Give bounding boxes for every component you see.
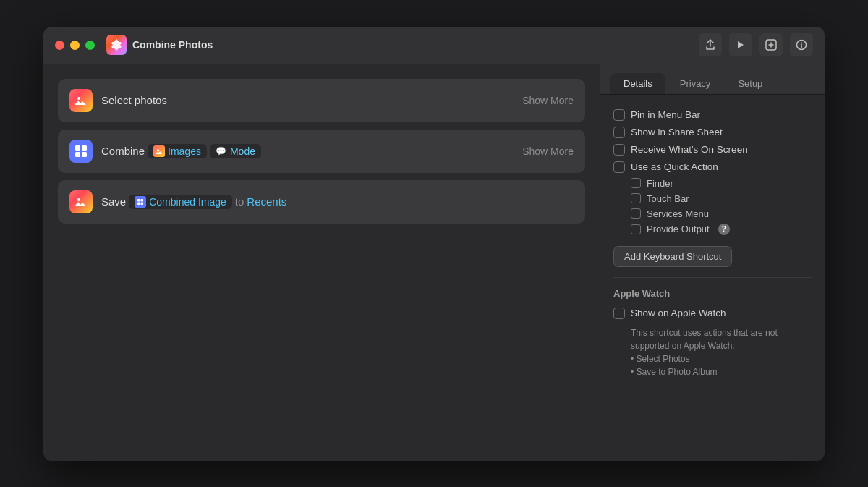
right-panel: Details Privacy Setup Pin in Menu Bar Sh…: [600, 64, 825, 461]
save-icon: [69, 190, 93, 213]
svg-point-3: [77, 97, 80, 100]
add-keyboard-shortcut-button[interactable]: Add Keyboard Shortcut: [613, 246, 732, 267]
finder-checkbox[interactable]: [631, 178, 641, 188]
services-menu-row[interactable]: Services Menu: [631, 206, 812, 221]
tab-bar: Details Privacy Setup: [600, 64, 825, 95]
pin-menu-bar-checkbox[interactable]: [613, 109, 625, 121]
show-on-apple-watch-label: Show on Apple Watch: [631, 308, 726, 318]
svg-rect-10: [137, 199, 140, 202]
mode-chip-icon: 💬: [216, 145, 227, 157]
select-photos-card: Select photos Show More: [58, 79, 585, 122]
select-photos-row: Select photos Show More: [58, 79, 585, 122]
show-on-apple-watch-row[interactable]: Show on Apple Watch: [613, 305, 812, 322]
mode-chip-label: Mode: [230, 145, 255, 157]
touch-bar-label: Touch Bar: [647, 193, 689, 204]
combine-row: Combine Images 💬 Mode Show More: [58, 130, 585, 173]
sub-checkboxes: Finder Touch Bar Services Menu Provide O…: [613, 176, 812, 237]
app-icon: [106, 35, 127, 55]
apple-watch-warning: This shortcut uses actions that are not …: [613, 326, 812, 378]
select-photos-content: Select photos: [101, 94, 511, 106]
show-share-sheet-row[interactable]: Show in Share Sheet: [613, 124, 812, 141]
minimize-button[interactable]: [70, 41, 80, 50]
watch-warning-list: Select Photos Save to Photo Album: [631, 352, 812, 378]
images-chip[interactable]: Images: [148, 144, 207, 158]
run-button[interactable]: [729, 33, 752, 56]
save-row: Save Combined Image to Recents: [58, 180, 585, 224]
touch-bar-row[interactable]: Touch Bar: [631, 191, 812, 206]
close-button[interactable]: [55, 41, 64, 50]
mode-chip[interactable]: 💬 Mode: [210, 144, 261, 158]
save-content: Save Combined Image to Recents: [101, 195, 574, 209]
combined-image-chip-icon: [135, 196, 146, 208]
add-action-button[interactable]: [760, 33, 783, 56]
section-divider: [613, 277, 812, 278]
window-title: Combine Photos: [132, 39, 699, 51]
combined-image-chip[interactable]: Combined Image: [129, 195, 232, 209]
select-photos-show-more[interactable]: Show More: [511, 95, 574, 106]
watch-warning-item-1: Select Photos: [631, 352, 812, 365]
provide-output-checkbox[interactable]: [631, 224, 641, 234]
tab-privacy[interactable]: Privacy: [667, 73, 724, 94]
show-on-apple-watch-checkbox[interactable]: [613, 308, 625, 319]
images-chip-label: Images: [168, 145, 201, 157]
watch-warning-title: This shortcut uses actions that are not …: [631, 328, 778, 351]
touch-bar-checkbox[interactable]: [631, 193, 641, 203]
svg-rect-12: [137, 202, 140, 205]
finder-row[interactable]: Finder: [631, 176, 812, 191]
show-share-sheet-label: Show in Share Sheet: [631, 127, 723, 137]
tab-details[interactable]: Details: [610, 73, 665, 94]
details-content: Pin in Menu Bar Show in Share Sheet Rece…: [600, 95, 825, 390]
svg-point-9: [77, 198, 80, 201]
provide-output-row[interactable]: Provide Output ?: [631, 221, 812, 237]
svg-marker-0: [738, 41, 744, 48]
save-label: Save: [101, 195, 126, 208]
select-photos-label: Select photos: [101, 94, 167, 106]
combine-show-more[interactable]: Show More: [511, 145, 574, 157]
svg-rect-4: [75, 145, 80, 151]
main-window: Combine Photos: [43, 27, 825, 461]
svg-rect-5: [82, 145, 87, 151]
provide-output-label: Provide Output: [647, 224, 710, 234]
combined-image-chip-label: Combined Image: [149, 196, 226, 208]
content-area: Select photos Show More: [43, 64, 825, 461]
titlebar: Combine Photos: [43, 27, 825, 64]
services-menu-checkbox[interactable]: [631, 208, 641, 219]
pin-menu-bar-label: Pin in Menu Bar: [631, 109, 700, 120]
svg-rect-11: [141, 199, 144, 202]
apple-watch-header: Apple Watch: [613, 288, 812, 299]
share-button[interactable]: [699, 33, 722, 56]
services-menu-label: Services Menu: [647, 208, 709, 219]
show-share-sheet-checkbox[interactable]: [613, 127, 625, 138]
svg-point-8: [157, 149, 159, 151]
receive-screen-checkbox[interactable]: [613, 144, 625, 156]
svg-rect-6: [75, 152, 80, 157]
combine-card: Combine Images 💬 Mode Show More: [58, 130, 585, 173]
select-photos-icon: [69, 89, 93, 112]
fullscreen-button[interactable]: [85, 41, 95, 50]
svg-rect-7: [82, 152, 87, 157]
quick-action-checkbox[interactable]: [613, 161, 625, 173]
traffic-lights: [55, 41, 95, 50]
recents-chip[interactable]: Recents: [247, 195, 286, 208]
watch-warning-item-2: Save to Photo Album: [631, 365, 812, 378]
receive-screen-label: Receive What's On Screen: [631, 144, 748, 155]
main-panel: Select photos Show More: [43, 64, 600, 461]
quick-action-label: Use as Quick Action: [631, 161, 718, 172]
save-card: Save Combined Image to Recents: [58, 180, 585, 224]
save-to-text: to: [235, 195, 244, 208]
combine-icon: [69, 140, 93, 163]
images-chip-icon: [153, 145, 165, 157]
titlebar-actions: [699, 33, 813, 56]
tab-setup[interactable]: Setup: [725, 73, 775, 94]
receive-screen-row[interactable]: Receive What's On Screen: [613, 141, 812, 158]
combine-content: Combine Images 💬 Mode: [101, 144, 511, 158]
quick-action-row[interactable]: Use as Quick Action: [613, 158, 812, 176]
pin-menu-bar-row[interactable]: Pin in Menu Bar: [613, 106, 812, 124]
provide-output-help-icon[interactable]: ?: [718, 224, 730, 235]
finder-label: Finder: [647, 178, 673, 189]
svg-rect-13: [141, 202, 144, 205]
combine-label: Combine: [101, 145, 145, 157]
info-button[interactable]: [790, 33, 813, 56]
